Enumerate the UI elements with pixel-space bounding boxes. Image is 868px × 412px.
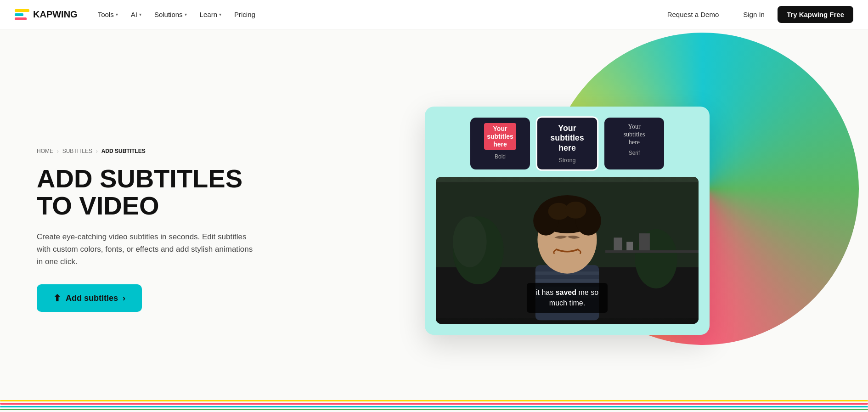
nav-actions: Request a Demo Sign In Try Kapwing Free <box>664 6 853 23</box>
hero-title: ADD SUBTITLES TO VIDEO <box>37 165 285 220</box>
nav-pricing[interactable]: Pricing <box>229 7 261 22</box>
chevron-down-icon: ▾ <box>116 12 118 17</box>
logo-text: KAPWING <box>33 9 78 20</box>
svg-point-4 <box>453 216 487 267</box>
line-teal <box>0 406 868 407</box>
navbar: KAPWING Tools ▾ AI ▾ Solutions ▾ Learn ▾… <box>0 0 868 29</box>
svg-rect-8 <box>626 242 633 250</box>
svg-point-21 <box>565 202 586 219</box>
logo-icon <box>15 9 29 20</box>
preset-bold[interactable]: Yoursubtitleshere Bold <box>470 118 530 169</box>
nav-solutions[interactable]: Solutions ▾ <box>149 7 192 22</box>
chevron-down-icon: ▾ <box>219 12 221 17</box>
nav-menu: Tools ▾ AI ▾ Solutions ▾ Learn ▾ Pricing <box>92 7 261 22</box>
preset-bold-subtitle: Yoursubtitleshere <box>476 123 524 150</box>
hero-description: Create eye-catching video subtitles in s… <box>37 231 257 268</box>
breadcrumb-sep1: › <box>57 148 59 154</box>
nav-tools[interactable]: Tools ▾ <box>92 7 124 22</box>
svg-rect-6 <box>605 250 699 253</box>
editor-card: Yoursubtitleshere Bold Yoursubtitleshere… <box>425 107 710 335</box>
upload-icon: ⬆ <box>53 293 61 304</box>
sign-in-button[interactable]: Sign In <box>738 7 770 22</box>
svg-rect-7 <box>614 237 622 250</box>
breadcrumb-subtitles[interactable]: SUBTITLES <box>62 148 92 154</box>
add-subtitles-button[interactable]: ⬆ Add subtitles › <box>37 284 142 312</box>
breadcrumb-sep2: › <box>96 148 98 154</box>
preset-bold-label: Bold <box>476 153 524 160</box>
preset-strong-subtitle: Yoursubtitleshere <box>543 124 592 153</box>
logo[interactable]: KAPWING <box>15 9 78 20</box>
chevron-down-icon: ▾ <box>139 12 141 17</box>
nav-ai[interactable]: AI ▾ <box>125 7 147 22</box>
main-content: HOME › SUBTITLES › ADD SUBTITLES ADD SUB… <box>0 29 868 412</box>
chevron-down-icon: ▾ <box>185 12 187 17</box>
video-area: it has saved me so much time. <box>436 177 699 324</box>
svg-rect-12 <box>535 279 599 282</box>
request-demo-link[interactable]: Request a Demo <box>664 7 723 22</box>
nav-divider <box>730 9 730 20</box>
style-presets: Yoursubtitleshere Bold Yoursubtitleshere… <box>436 118 699 169</box>
svg-rect-9 <box>639 233 650 250</box>
line-red <box>0 403 868 404</box>
preset-strong[interactable]: Yoursubtitleshere Strong <box>536 116 599 171</box>
bottom-lines <box>0 398 868 412</box>
nav-learn[interactable]: Learn ▾ <box>194 7 227 22</box>
hero-visual: Yoursubtitleshere Bold Yoursubtitleshere… <box>303 69 831 372</box>
breadcrumb-home[interactable]: HOME <box>37 148 53 154</box>
line-green <box>0 409 868 410</box>
line-yellow <box>0 400 868 401</box>
subtitle-text: it has saved me so much time. <box>536 288 598 308</box>
arrow-icon: › <box>123 293 125 303</box>
try-free-button[interactable]: Try Kapwing Free <box>778 6 853 23</box>
video-frame: it has saved me so much time. <box>436 177 699 324</box>
breadcrumb: HOME › SUBTITLES › ADD SUBTITLES <box>37 148 285 154</box>
breadcrumb-current: ADD SUBTITLES <box>101 148 146 154</box>
preset-strong-label: Strong <box>543 157 592 164</box>
preset-serif-subtitle: Yoursubtitleshere <box>610 123 659 146</box>
preset-serif[interactable]: Yoursubtitleshere Serif <box>604 118 664 169</box>
hero-left: HOME › SUBTITLES › ADD SUBTITLES ADD SUB… <box>37 130 303 312</box>
video-subtitle-overlay: it has saved me so much time. <box>527 283 608 313</box>
preset-serif-label: Serif <box>610 150 659 156</box>
